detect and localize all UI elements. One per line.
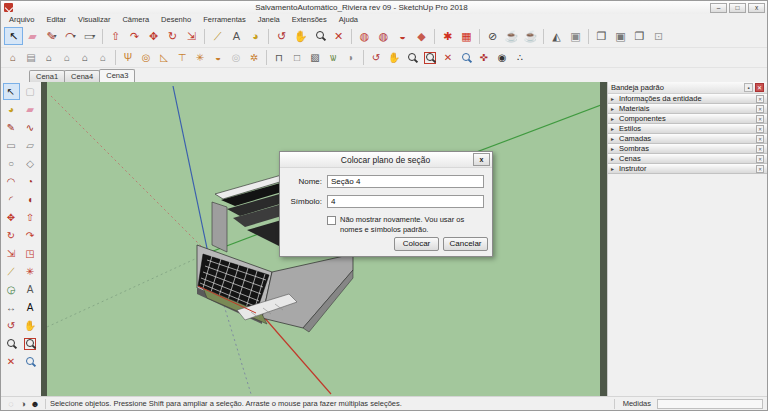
- menu-editar[interactable]: Editar: [40, 15, 72, 24]
- preferences-window-icon[interactable]: ❐: [630, 27, 649, 45]
- pie-tool-icon[interactable]: ◔: [22, 173, 39, 190]
- arc-tool-icon[interactable]: ◠▾: [61, 27, 80, 45]
- fog-toggle-icon[interactable]: ▣: [566, 27, 585, 45]
- zoom-camera-icon[interactable]: [403, 50, 421, 66]
- zoom-extents-icon[interactable]: ✕: [439, 50, 457, 66]
- box-solid-tool-icon[interactable]: ▧: [306, 50, 324, 66]
- rotate-tool-icon[interactable]: ↻: [3, 227, 20, 244]
- orbit-tool-icon[interactable]: ↺: [3, 317, 20, 334]
- display-section-cuts-icon[interactable]: ◒: [393, 27, 412, 45]
- look-around-icon[interactable]: ◉: [493, 50, 511, 66]
- back-view-icon[interactable]: ⌂: [76, 50, 94, 66]
- advanced-camera-tool-icon[interactable]: ⊓: [270, 50, 288, 66]
- dialog-title-bar[interactable]: Colocar plano de seção x: [280, 152, 492, 168]
- shell-tool-icon[interactable]: ◗: [342, 50, 360, 66]
- scene-tab-cena4[interactable]: Cena4: [64, 70, 100, 82]
- close-button[interactable]: x: [748, 3, 765, 13]
- select-tool-icon[interactable]: ↖: [4, 27, 23, 45]
- stamp-tool-icon[interactable]: ⊤: [173, 50, 191, 66]
- move-tool-icon[interactable]: ✥: [144, 27, 163, 45]
- pushpull-tool-icon[interactable]: ⇧: [106, 27, 125, 45]
- position-camera-icon[interactable]: ✜: [475, 50, 493, 66]
- left-view-icon[interactable]: ⌂: [94, 50, 112, 66]
- orbit-camera-icon[interactable]: ↺: [367, 50, 385, 66]
- protractor-tool-icon[interactable]: ◶: [3, 281, 20, 298]
- menu-ferramentas[interactable]: Ferramentas: [197, 15, 252, 24]
- rectangle-tool-icon[interactable]: ▭▾: [80, 27, 99, 45]
- previous-view-icon[interactable]: [22, 353, 39, 370]
- axes-tool-icon[interactable]: ✳: [22, 263, 39, 280]
- scene-tab-cena3[interactable]: Cena3: [99, 69, 135, 82]
- 3d-text-tool-icon[interactable]: A: [22, 299, 39, 316]
- tray-window-icon[interactable]: ❐: [592, 27, 611, 45]
- tray-section-camadas[interactable]: ▸Camadas✕: [608, 134, 767, 144]
- section-fill-icon[interactable]: ◆: [412, 27, 431, 45]
- smoove-tool-icon[interactable]: ◺: [155, 50, 173, 66]
- select-tool-icon[interactable]: ↖: [3, 83, 20, 100]
- line-tool-icon[interactable]: ✎▾: [42, 27, 61, 45]
- section-close-icon[interactable]: ✕: [756, 145, 764, 153]
- chevron-down-icon[interactable]: ▾: [73, 33, 76, 39]
- scene-tab-cena1[interactable]: Cena1: [29, 70, 65, 82]
- freehand-tool-icon[interactable]: ∿: [22, 119, 39, 136]
- menu-extensoes[interactable]: Extensões: [286, 15, 333, 24]
- colocar-button[interactable]: Colocar: [394, 237, 439, 251]
- section-close-icon[interactable]: ✕: [756, 115, 764, 123]
- section-close-icon[interactable]: ✕: [756, 95, 764, 103]
- tray-section-instrutor[interactable]: ▸Instrutor✕: [608, 164, 767, 174]
- chevron-right-icon[interactable]: ▸: [611, 165, 619, 172]
- orbit-tool-icon[interactable]: ↺: [272, 27, 291, 45]
- section-close-icon[interactable]: ✕: [756, 105, 764, 113]
- lasso-select-icon[interactable]: ▢: [22, 83, 39, 100]
- xray-style-icon[interactable]: ⊘: [483, 27, 502, 45]
- menu-camera[interactable]: Câmera: [116, 15, 155, 24]
- name-input[interactable]: [327, 175, 484, 188]
- front-view-icon[interactable]: ⌂: [40, 50, 58, 66]
- chevron-right-icon[interactable]: ▸: [611, 135, 619, 142]
- circle-tool-icon[interactable]: ○: [3, 155, 20, 172]
- credits-icon[interactable]: ☻: [29, 399, 41, 409]
- top-view-icon[interactable]: ▤: [22, 50, 40, 66]
- pan-tool-icon[interactable]: ✋: [291, 27, 310, 45]
- followme-tool-icon[interactable]: ↷: [22, 227, 39, 244]
- sandbox-extra-tool-icon[interactable]: ✲: [245, 50, 263, 66]
- section-close-icon[interactable]: ✕: [756, 165, 764, 173]
- shaded-style-icon[interactable]: ☕: [502, 27, 521, 45]
- add-detail-tool-icon[interactable]: ◒: [209, 50, 227, 66]
- vegetation-tool-icon[interactable]: ѡ: [324, 50, 342, 66]
- section-plane-tool-icon[interactable]: ◍: [355, 27, 374, 45]
- shadows-toggle-icon[interactable]: ◭: [547, 27, 566, 45]
- menu-desenho[interactable]: Desenho: [155, 15, 197, 24]
- cancelar-button[interactable]: Cancelar: [443, 237, 488, 251]
- claim-credit-icon[interactable]: ◑: [17, 399, 29, 409]
- menu-ajuda[interactable]: Ajuda: [333, 15, 364, 24]
- followme-tool-icon[interactable]: ↷: [125, 27, 144, 45]
- tape-measure-icon[interactable]: ⟋: [3, 263, 20, 280]
- menu-arquivo[interactable]: Arquivo: [3, 15, 40, 24]
- minimize-button[interactable]: –: [710, 3, 727, 13]
- geolocation-icon[interactable]: ◌: [5, 399, 17, 409]
- tray-section-componentes[interactable]: ▸Componentes✕: [608, 114, 767, 124]
- chevron-right-icon[interactable]: ▸: [611, 95, 619, 102]
- red-grid-tool-icon[interactable]: ▦: [457, 27, 476, 45]
- dimension-tool-icon[interactable]: ↔: [3, 299, 20, 316]
- rotate-tool-icon[interactable]: ↻: [163, 27, 182, 45]
- zoom-tool-icon[interactable]: [3, 335, 20, 352]
- chevron-right-icon[interactable]: ▸: [611, 125, 619, 132]
- zoom-window-icon[interactable]: [421, 50, 439, 66]
- scale-tool-icon[interactable]: ⇲: [3, 245, 20, 262]
- dont-show-again-checkbox[interactable]: [327, 216, 336, 225]
- box-wireframe-tool-icon[interactable]: □: [288, 50, 306, 66]
- walk-tool-icon[interactable]: ∴: [511, 50, 529, 66]
- iso-view-icon[interactable]: ⌂: [4, 50, 22, 66]
- tray-section-materiais[interactable]: ▸Materiais✕: [608, 104, 767, 114]
- text-tool-icon[interactable]: A: [22, 281, 39, 298]
- section-close-icon[interactable]: ✕: [756, 125, 764, 133]
- sandbox-from-scratch-icon[interactable]: ◎: [137, 50, 155, 66]
- zoom-extents-tool-icon[interactable]: ✕: [329, 27, 348, 45]
- pushpull-tool-icon[interactable]: ⇧: [22, 209, 39, 226]
- drape-tool-icon[interactable]: ✳: [191, 50, 209, 66]
- chevron-down-icon[interactable]: ▾: [54, 33, 57, 39]
- zoom-window-icon[interactable]: [22, 335, 39, 352]
- pin-icon[interactable]: ▪: [744, 83, 753, 92]
